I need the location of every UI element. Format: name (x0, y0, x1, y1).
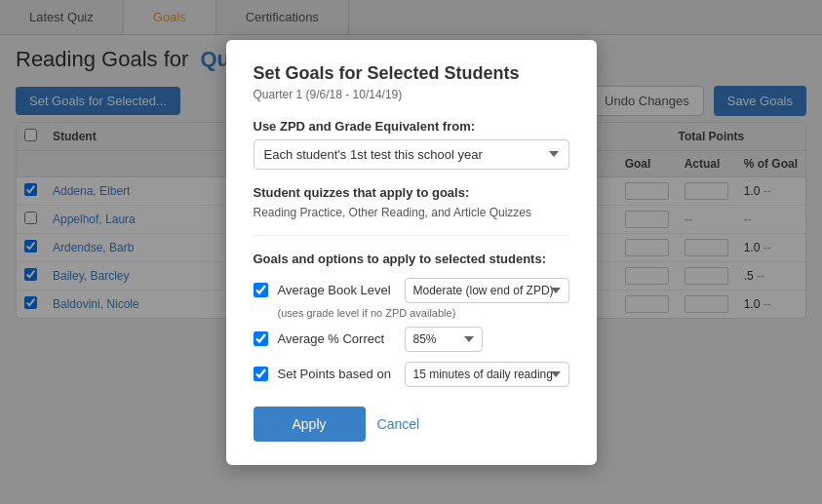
zpd-select[interactable]: Each student's 1st test this school year… (254, 139, 569, 170)
pct-correct-select[interactable]: 85% 80% 90% (405, 327, 483, 352)
modal-subtitle: Quarter 1 (9/6/18 - 10/14/19) (254, 88, 569, 101)
option-row-book-level: Average Book Level Moderate (low end of … (254, 278, 569, 303)
cancel-button[interactable]: Cancel (377, 407, 420, 442)
pct-correct-checkbox[interactable] (254, 331, 268, 346)
modal-actions: Apply Cancel (254, 407, 569, 442)
options-label: Goals and options to apply to selected s… (254, 252, 569, 266)
set-goals-modal: Set Goals for Selected Students Quarter … (226, 40, 597, 465)
book-level-checkbox[interactable] (254, 283, 268, 297)
zpd-label: Use ZPD and Grade Equivalent from: (254, 119, 569, 134)
modal-title: Set Goals for Selected Students (254, 63, 569, 84)
points-label: Set Points based on (278, 367, 395, 381)
option-row-points: Set Points based on 15 minutes of daily … (254, 362, 569, 387)
quizzes-info: Reading Practice, Other Reading, and Art… (254, 206, 569, 219)
points-checkbox[interactable] (254, 367, 268, 381)
option-row-pct-correct: Average % Correct 85% 80% 90% (254, 327, 569, 352)
book-level-select[interactable]: Moderate (low end of ZPD) Low end of ZPD… (405, 278, 569, 303)
modal-overlay: Set Goals for Selected Students Quarter … (0, 0, 822, 504)
quizzes-label: Student quizzes that apply to goals: (254, 185, 569, 200)
pct-correct-label: Average % Correct (278, 331, 395, 346)
apply-button[interactable]: Apply (254, 407, 366, 442)
book-level-label: Average Book Level (278, 283, 395, 297)
book-level-note: (uses grade level if no ZPD available) (278, 307, 569, 319)
points-select[interactable]: 15 minutes of daily reading 20 minutes o… (405, 362, 569, 387)
modal-divider (254, 235, 569, 236)
